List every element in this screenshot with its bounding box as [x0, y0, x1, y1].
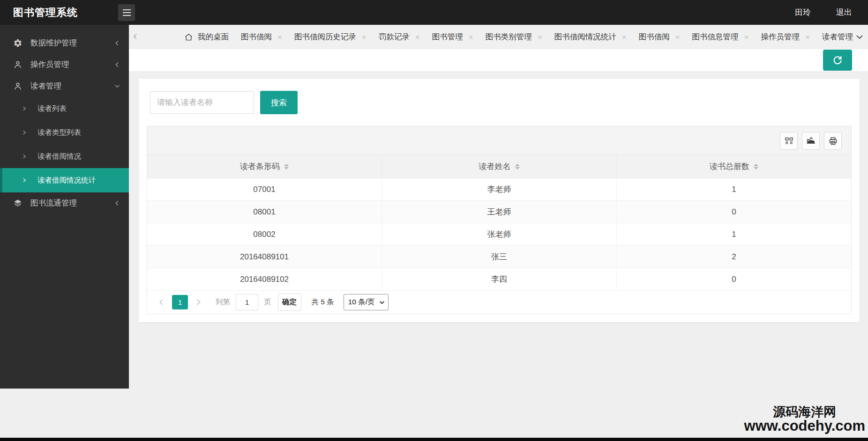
- close-icon[interactable]: ×: [415, 33, 420, 41]
- tab-list-dropdown-icon[interactable]: [855, 32, 864, 42]
- chevron-down-icon: [114, 83, 120, 89]
- tab-book-info[interactable]: 图书信息管理×: [686, 25, 755, 49]
- tab-label: 图书信息管理: [692, 32, 739, 42]
- sidebar-subitem-label: 读者借阅情况: [37, 152, 81, 162]
- logout-link[interactable]: 退出: [836, 0, 852, 25]
- close-icon[interactable]: ×: [744, 33, 749, 41]
- tab-borrow-stats[interactable]: 图书借阅情况统计×: [548, 25, 633, 49]
- sidebar-subitem-reader-borrow-stats[interactable]: 读者借阅情况统计: [0, 168, 129, 192]
- confirm-page-button[interactable]: 确定: [278, 294, 301, 311]
- reader-stats-card: 搜索 读者条形码: [139, 79, 860, 322]
- main-content: 搜索 读者条形码: [129, 71, 868, 438]
- close-icon[interactable]: ×: [622, 33, 627, 41]
- sidebar-subitem-label: 读者类型列表: [37, 128, 81, 138]
- hamburger-icon[interactable]: [118, 4, 135, 21]
- refresh-button[interactable]: [823, 50, 852, 71]
- close-icon[interactable]: ×: [362, 33, 367, 41]
- search-button[interactable]: 搜索: [260, 91, 298, 114]
- tab-operator[interactable]: 操作员管理×: [755, 25, 816, 49]
- cell-total: 1: [616, 223, 851, 245]
- sidebar-item-data-maintenance[interactable]: 数据维护管理: [0, 35, 129, 51]
- library-management-app: 图书管理系统 田玲 退出 数据维护管理 操作员管理 读者管理: [0, 0, 868, 441]
- table-header-row: 读者条形码 读者姓名 读书总册数: [147, 155, 851, 178]
- bottom-bar: [0, 438, 868, 441]
- cell-name: 李四: [382, 268, 616, 290]
- page-size-select[interactable]: 10 条/页: [344, 294, 389, 310]
- watermark-site-url: www.codehy.com: [744, 419, 865, 434]
- sidebar-item-book-circulation[interactable]: 图书流通管理: [0, 195, 129, 211]
- close-icon[interactable]: ×: [538, 33, 542, 41]
- cell-barcode: 08001: [147, 201, 382, 223]
- sort-icon: [284, 164, 289, 169]
- sidebar-item-operator-management[interactable]: 操作员管理: [0, 57, 129, 73]
- tab-scroll-left-icon[interactable]: [132, 33, 139, 40]
- prev-page-icon[interactable]: [157, 298, 165, 306]
- cell-name: 张老师: [382, 223, 616, 245]
- table-row: 08001 王老师 0: [147, 200, 851, 223]
- pagination-bar: 1 到第 页 确定 共 5 条 10 条/页: [147, 290, 851, 314]
- tab-fine-records[interactable]: 罚款记录×: [373, 25, 426, 49]
- column-header-name[interactable]: 读者姓名: [382, 155, 616, 178]
- sidebar-item-label: 读者管理: [30, 81, 61, 91]
- current-page-button[interactable]: 1: [172, 295, 188, 309]
- search-input[interactable]: [150, 91, 254, 114]
- tab-label: 图书管理: [432, 32, 463, 42]
- print-icon: [828, 136, 838, 146]
- table-row: 20164089102 李四 0: [147, 268, 851, 290]
- home-icon: [184, 32, 194, 42]
- current-user-link[interactable]: 田玲: [795, 0, 811, 25]
- page-number-input[interactable]: [236, 294, 258, 310]
- columns-toggle-button[interactable]: [780, 132, 798, 150]
- sidebar-item-label: 操作员管理: [30, 59, 69, 70]
- chevron-left-icon: [114, 40, 120, 46]
- tab-label: 图书借阅情况统计: [554, 32, 616, 42]
- chevron-down-icon: [379, 299, 385, 306]
- table-row: 08002 张老师 1: [147, 223, 851, 245]
- person-icon: [13, 81, 22, 91]
- close-icon[interactable]: ×: [805, 33, 810, 41]
- column-header-barcode[interactable]: 读者条形码: [147, 155, 382, 178]
- chevron-right-icon: [22, 106, 27, 111]
- close-icon[interactable]: ×: [469, 33, 473, 41]
- tab-label: 图书借阅: [241, 32, 272, 42]
- cell-barcode: 20164089102: [147, 268, 382, 290]
- sidebar-item-reader-management[interactable]: 读者管理: [0, 78, 129, 94]
- export-icon: [806, 136, 816, 146]
- close-icon[interactable]: ×: [277, 33, 282, 41]
- sort-icon: [754, 164, 758, 169]
- gear-icon: [13, 38, 22, 48]
- tab-bar: 我的桌面 图书借阅× 图书借阅历史记录× 罚款记录× 图书管理× 图书类别管理×…: [129, 25, 868, 49]
- column-header-total[interactable]: 读书总册数: [616, 155, 851, 178]
- goto-page-label: 到第: [216, 297, 230, 307]
- tab-book-management[interactable]: 图书管理×: [426, 25, 479, 49]
- sidebar-item-label: 数据维护管理: [30, 38, 77, 48]
- sidebar-subitem-reader-borrow-status[interactable]: 读者借阅情况: [0, 148, 129, 164]
- stats-table-panel: 读者条形码 读者姓名 读书总册数 07001 李老师: [147, 126, 852, 314]
- table-toolbar: [147, 126, 851, 155]
- cell-total: 1: [616, 178, 851, 200]
- page-toolbar: [129, 49, 868, 71]
- tab-label: 操作员管理: [761, 32, 800, 42]
- tab-book-borrow[interactable]: 图书借阅×: [235, 25, 288, 49]
- page-unit-label: 页: [264, 297, 271, 307]
- tab-borrow-history[interactable]: 图书借阅历史记录×: [288, 25, 373, 49]
- export-button[interactable]: [802, 132, 820, 150]
- cell-name: 张三: [382, 246, 616, 268]
- sidebar-subitem-reader-type-list[interactable]: 读者类型列表: [0, 125, 129, 140]
- columns-icon: [784, 136, 794, 146]
- tab-book-category[interactable]: 图书类别管理×: [479, 25, 548, 49]
- tab-book-borrow-2[interactable]: 图书借阅×: [633, 25, 686, 49]
- tab-label: 读者管理: [822, 32, 853, 42]
- print-button[interactable]: [824, 132, 842, 150]
- tab-my-desktop[interactable]: 我的桌面: [178, 25, 235, 49]
- refresh-icon: [832, 55, 843, 66]
- page-size-value: 10 条/页: [348, 297, 375, 307]
- tab-label: 罚款记录: [379, 32, 410, 42]
- total-count-label: 共 5 条: [312, 297, 334, 307]
- sidebar-nav: 数据维护管理 操作员管理 读者管理 读者列表 读者类型列表 读者: [0, 25, 129, 389]
- next-page-icon[interactable]: [195, 298, 202, 306]
- cell-total: 0: [616, 201, 851, 223]
- cell-total: 2: [616, 246, 851, 268]
- sidebar-subitem-reader-list[interactable]: 读者列表: [0, 101, 129, 117]
- close-icon[interactable]: ×: [675, 33, 680, 41]
